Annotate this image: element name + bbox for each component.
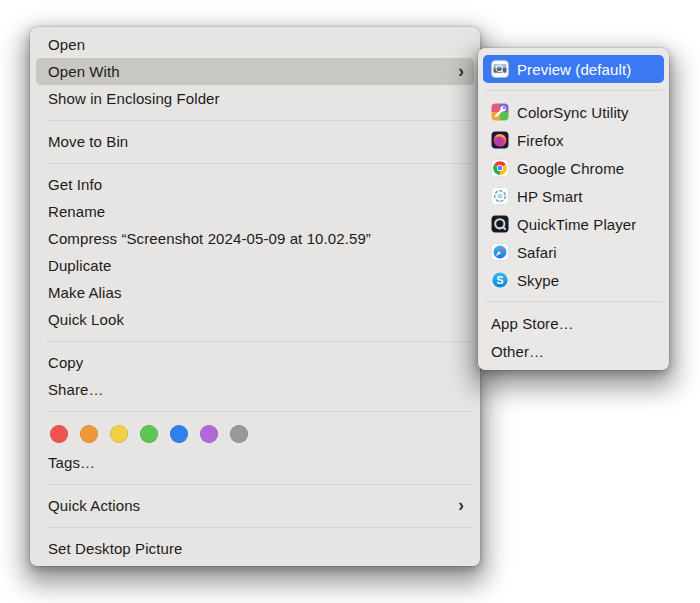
menu-item-label: Quick Actions (48, 497, 140, 514)
submenu-item-skype[interactable]: SSkype (483, 266, 664, 294)
tag-dot-blue[interactable] (170, 425, 188, 443)
menu-item-label: Share… (48, 381, 104, 398)
submenu-item-other[interactable]: Other… (483, 337, 664, 365)
tag-dot-green[interactable] (140, 425, 158, 443)
menu-separator (47, 120, 472, 121)
menu-item-quick-look[interactable]: Quick Look (36, 306, 474, 333)
menu-separator (47, 341, 472, 342)
menu-item-set-desktop-picture[interactable]: Set Desktop Picture (36, 535, 474, 562)
menu-separator (485, 301, 662, 302)
menu-item-label: Duplicate (48, 257, 111, 274)
menu-item-label: HP Smart (517, 188, 583, 205)
safari-icon (491, 243, 509, 261)
menu-item-move-to-bin[interactable]: Move to Bin (36, 128, 474, 155)
submenu-item-app-store[interactable]: App Store… (483, 309, 664, 337)
chrome-icon (491, 159, 509, 177)
open-with-submenu: Preview (default)ColorSync UtilityFirefo… (478, 48, 669, 370)
menu-separator (485, 90, 662, 91)
menu-item-rename[interactable]: Rename (36, 198, 474, 225)
menu-item-label: Skype (517, 272, 559, 289)
menu-item-compress-screenshot-2024-05-09-at-10-02-59[interactable]: Compress “Screenshot 2024-05-09 at 10.02… (36, 225, 474, 252)
menu-item-label: Firefox (517, 132, 564, 149)
menu-separator (47, 484, 472, 485)
submenu-item-google-chrome[interactable]: Google Chrome (483, 154, 664, 182)
menu-separator (47, 411, 472, 412)
context-menu: OpenOpen With›Show in Enclosing FolderMo… (30, 27, 480, 566)
menu-item-label: App Store… (491, 315, 574, 332)
menu-item-quick-actions[interactable]: Quick Actions› (36, 492, 474, 519)
menu-item-label: Safari (517, 244, 557, 261)
menu-item-label: Get Info (48, 176, 102, 193)
menu-item-copy[interactable]: Copy (36, 349, 474, 376)
menu-item-label: Show in Enclosing Folder (48, 90, 220, 107)
menu-item-label: Quick Look (48, 311, 124, 328)
tag-dot-purple[interactable] (200, 425, 218, 443)
skype-icon: S (491, 271, 509, 289)
menu-item-label: Rename (48, 203, 105, 220)
submenu-item-hp-smart[interactable]: HP Smart (483, 182, 664, 210)
menu-item-get-info[interactable]: Get Info (36, 171, 474, 198)
menu-separator (47, 527, 472, 528)
tag-dot-orange[interactable] (80, 425, 98, 443)
svg-text:S: S (496, 274, 503, 286)
menu-item-label: Google Chrome (517, 160, 624, 177)
submenu-item-firefox[interactable]: Firefox (483, 126, 664, 154)
menu-item-tags[interactable]: Tags… (36, 449, 474, 476)
quicktime-icon (491, 215, 509, 233)
menu-item-label: Make Alias (48, 284, 122, 301)
menu-item-make-alias[interactable]: Make Alias (36, 279, 474, 306)
menu-item-label: Preview (default) (517, 61, 631, 78)
tag-color-row (36, 419, 474, 449)
menu-item-open[interactable]: Open (36, 31, 474, 58)
menu-item-label: Open With (48, 63, 120, 80)
menu-item-label: Tags… (48, 454, 95, 471)
chevron-right-icon: › (450, 63, 464, 81)
menu-item-open-with[interactable]: Open With› (36, 58, 474, 85)
tag-dot-red[interactable] (50, 425, 68, 443)
menu-item-duplicate[interactable]: Duplicate (36, 252, 474, 279)
preview-icon (491, 60, 509, 78)
menu-item-label: Open (48, 36, 85, 53)
hp-smart-icon (491, 187, 509, 205)
menu-item-label: Move to Bin (48, 133, 128, 150)
colorsync-icon (491, 103, 509, 121)
submenu-item-safari[interactable]: Safari (483, 238, 664, 266)
menu-item-label: Compress “Screenshot 2024-05-09 at 10.02… (48, 230, 371, 247)
menu-item-label: Copy (48, 354, 83, 371)
tag-dot-grey[interactable] (230, 425, 248, 443)
submenu-item-colorsync-utility[interactable]: ColorSync Utility (483, 98, 664, 126)
menu-item-label: Set Desktop Picture (48, 540, 182, 557)
firefox-icon (491, 131, 509, 149)
chevron-right-icon: › (450, 497, 464, 515)
menu-separator (47, 163, 472, 164)
menu-item-label: ColorSync Utility (517, 104, 629, 121)
menu-item-show-in-enclosing-folder[interactable]: Show in Enclosing Folder (36, 85, 474, 112)
menu-item-label: QuickTime Player (517, 216, 636, 233)
submenu-item-preview-default[interactable]: Preview (default) (483, 55, 664, 83)
tag-dot-yellow[interactable] (110, 425, 128, 443)
menu-item-label: Other… (491, 343, 544, 360)
menu-item-share[interactable]: Share… (36, 376, 474, 403)
submenu-item-quicktime-player[interactable]: QuickTime Player (483, 210, 664, 238)
